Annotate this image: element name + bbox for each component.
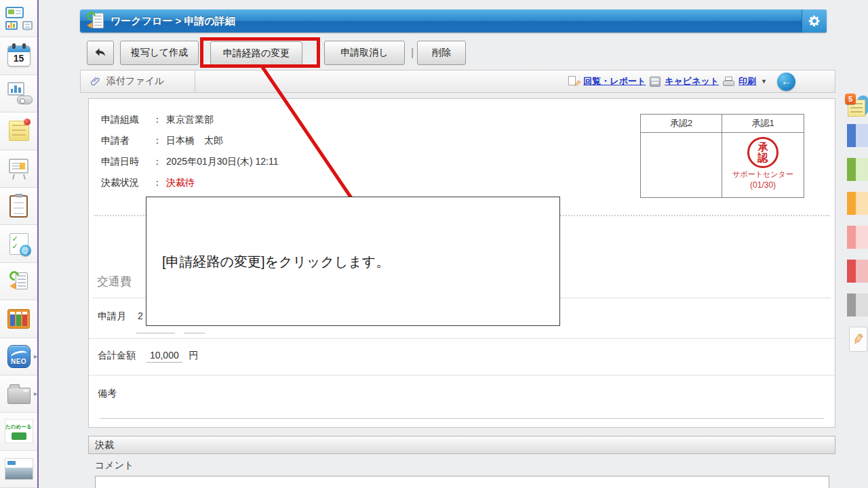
edit-pencil-button[interactable]: ✎	[849, 327, 867, 352]
survey-doc-icon: ✓✓ @	[9, 233, 28, 255]
breadcrumb: ワークフロー > 申請の詳細	[111, 15, 235, 28]
workflow-icon	[87, 12, 104, 30]
month-value: 2	[138, 310, 143, 321]
report-icon: ✎	[568, 76, 579, 87]
remarks-label: 備考	[98, 388, 117, 400]
app-header-bar: ワークフロー > 申請の詳細	[80, 9, 827, 33]
settings-button[interactable]	[802, 9, 827, 33]
approval-cell-stamped: 承認 サポートセンター (01/30)	[722, 133, 804, 198]
sidebar-item-memo[interactable]	[0, 113, 37, 150]
calendar-icon: 15	[7, 45, 31, 66]
applicant-value: 日本橋 太郎	[166, 135, 223, 146]
sidebar-item-workflow[interactable]	[0, 263, 37, 300]
decision-section-header: 決裁	[88, 436, 835, 454]
cabinet-icon	[650, 77, 660, 87]
sidebar-item-portal[interactable]	[0, 0, 37, 37]
notification-memo-icon[interactable]: 5	[845, 94, 868, 122]
pencil-icon: ✎	[851, 330, 866, 348]
back-button[interactable]	[87, 41, 114, 65]
sidebar-item-banner[interactable]	[0, 451, 37, 488]
total-row: 合計金額 10,000 円	[98, 350, 199, 362]
approval-col-header-1: 承認1	[722, 115, 804, 133]
comment-label: コメント	[95, 460, 134, 472]
back-arrow-icon	[94, 47, 106, 58]
datetime-value: 2025年01月30日(木) 12:11	[166, 156, 279, 167]
sidebar-item-tanomail[interactable]: たのめーる	[0, 413, 37, 450]
tanomail-logo-icon: たのめーる	[5, 419, 33, 443]
sidebar-item-schedule[interactable]: 15	[0, 37, 37, 75]
sidebar-item-facility[interactable]	[0, 75, 37, 113]
sidebar-item-documents[interactable]	[0, 300, 37, 338]
clipboard-icon	[9, 195, 28, 218]
index-tab-red[interactable]	[847, 260, 868, 283]
approval-cell-empty	[641, 133, 722, 198]
form-section-title: 交通費	[97, 274, 132, 289]
ad-banner-icon	[5, 458, 33, 480]
sidebar-item-bulletin[interactable]	[0, 150, 37, 188]
total-unit: 円	[189, 350, 199, 361]
month-field-underline	[184, 333, 205, 333]
quick-links: ✎ 回覧・レポート キャビネット 印刷 ▼	[568, 70, 767, 92]
toolbar-divider: |	[408, 41, 416, 65]
copy-create-button[interactable]: 複写して作成	[120, 41, 199, 65]
expand-arrow-icon[interactable]: ▸	[34, 353, 37, 360]
separator-line	[89, 375, 835, 375]
memo-note-icon	[9, 121, 29, 141]
workflow-icon	[9, 271, 28, 291]
month-field-underline	[136, 333, 175, 333]
folder-icon	[7, 388, 31, 404]
approval-date: (01/30)	[722, 180, 804, 190]
check-marks-icon: ✓✓	[12, 235, 19, 250]
month-row: 申請月 2	[98, 310, 143, 323]
tanomail-label: たのめーる	[5, 423, 32, 430]
month-label: 申請月	[98, 310, 126, 321]
calendar-day: 15	[8, 52, 30, 65]
index-tab-gray[interactable]	[847, 293, 868, 317]
print-dropdown-caret-icon[interactable]: ▼	[761, 78, 767, 85]
approval-stamp-table: 承認2 承認1 承認 サポートセンター (01/30)	[640, 114, 804, 198]
status-value: 決裁待	[166, 177, 195, 188]
instruction-text: [申請経路の変更]をクリックします。	[162, 253, 389, 271]
detail-row-applicant: 申請者：日本橋 太郎	[101, 135, 223, 148]
sidebar-item-circulation[interactable]	[0, 188, 37, 225]
collapse-back-button[interactable]: ←	[777, 73, 795, 91]
at-badge-icon: @	[20, 245, 31, 256]
index-tab-blue[interactable]	[847, 124, 868, 147]
attachment-tab-label: 添付ファイル	[106, 75, 164, 87]
org-value: 東京営業部	[166, 114, 214, 125]
binders-icon	[7, 309, 30, 329]
expand-arrow-icon[interactable]: ▸	[34, 390, 37, 397]
instruction-callout: [申請経路の変更]をクリックします。	[146, 197, 560, 326]
route-change-button[interactable]: 申請経路の変更	[210, 41, 302, 65]
portal-icon	[5, 7, 33, 30]
index-tab-pink[interactable]	[847, 226, 868, 249]
gear-icon	[808, 14, 821, 28]
left-app-sidebar: 15 ✓✓ @	[0, 0, 39, 488]
approver-name: サポートセンター	[722, 169, 804, 180]
bulletin-board-icon	[7, 157, 31, 180]
neo-logo-icon: NEO	[7, 345, 31, 368]
printer-icon	[723, 77, 734, 86]
sidebar-item-neo[interactable]: NEO ▸	[0, 338, 37, 375]
approval-stamp-icon: 承認	[747, 137, 778, 168]
sidebar-item-survey[interactable]: ✓✓ @	[0, 225, 37, 262]
sidebar-item-folder[interactable]: ▸	[0, 375, 37, 413]
projector-icon	[5, 82, 33, 104]
circulation-report-link[interactable]: 回覧・レポート	[583, 75, 646, 87]
print-link[interactable]: 印刷	[738, 75, 756, 87]
cancel-application-button[interactable]: 申請取消し	[324, 41, 405, 65]
comment-input[interactable]	[95, 476, 829, 488]
index-tab-green[interactable]	[847, 158, 868, 181]
detail-row-org: 申請組織：東京営業部	[101, 114, 214, 127]
index-tab-orange[interactable]	[847, 192, 868, 215]
delete-button[interactable]: 削除	[417, 41, 466, 65]
total-label: 合計金額	[98, 350, 136, 361]
separator-line	[89, 338, 835, 339]
detail-row-datetime: 申請日時：2025年01月30日(木) 12:11	[101, 156, 279, 169]
detail-row-status: 決裁状況：決裁待	[101, 177, 195, 190]
left-arrow-icon: ←	[781, 75, 791, 87]
approval-col-header-2: 承認2	[641, 115, 722, 133]
sub-toolbar: 添付ファイル ✎ 回覧・レポート キャビネット 印刷 ▼ ←	[80, 70, 835, 93]
attachment-tab[interactable]: 添付ファイル	[81, 70, 195, 92]
cabinet-link[interactable]: キャビネット	[665, 75, 719, 87]
